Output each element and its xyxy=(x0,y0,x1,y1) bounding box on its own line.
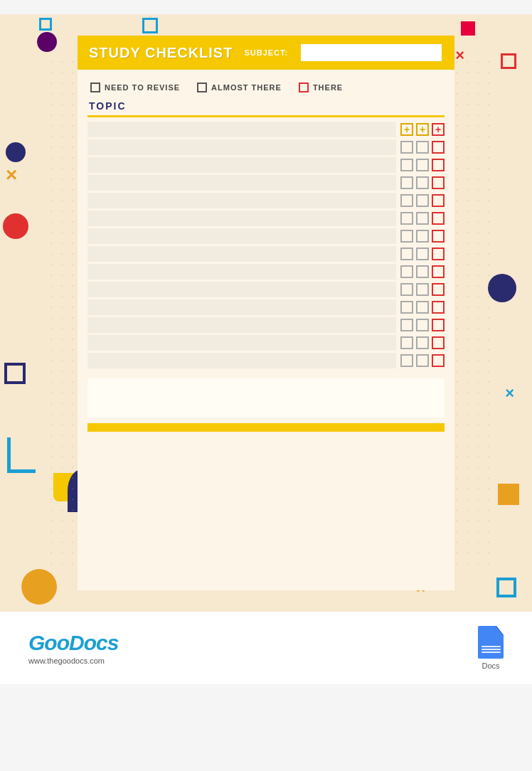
topic-cell[interactable] xyxy=(87,282,396,297)
footer-brand-section: GooDocs www.thegoodocs.com xyxy=(28,631,118,665)
checkbox-col2[interactable]: + xyxy=(416,123,429,136)
topic-cell[interactable] xyxy=(87,211,396,226)
checkbox-col2[interactable] xyxy=(416,159,429,171)
document-card: STUDY CHECKLIST SUBJECT: NEED TO REVISE … xyxy=(78,36,454,590)
topic-cell[interactable] xyxy=(87,299,396,315)
checkbox-col1[interactable] xyxy=(400,194,413,207)
deco-rect-red-top xyxy=(461,21,475,36)
deco-sq-navy-left xyxy=(4,363,26,384)
table-row xyxy=(87,175,445,191)
table-row xyxy=(87,157,445,173)
topic-cell[interactable] xyxy=(87,335,396,351)
checkbox-col1[interactable] xyxy=(400,141,413,154)
topic-cell[interactable] xyxy=(87,317,396,333)
checkbox-col1[interactable] xyxy=(400,248,413,260)
topic-header-label: TOPIC xyxy=(87,100,127,112)
checkbox-col1[interactable] xyxy=(400,319,413,331)
topic-cell[interactable] xyxy=(87,193,396,208)
checkbox-col3[interactable]: + xyxy=(432,123,445,136)
checkbox-col3[interactable] xyxy=(432,141,445,154)
checkbox-col3[interactable] xyxy=(432,283,445,296)
checkbox-col1[interactable] xyxy=(400,212,413,225)
docs-icon-wrapper xyxy=(478,626,504,659)
checkbox-col1[interactable] xyxy=(400,301,413,314)
deco-x-orange-left: × xyxy=(6,164,17,186)
checkbox-col2[interactable] xyxy=(416,176,429,189)
deco-teal-sq-bottom xyxy=(496,578,516,597)
table-row xyxy=(87,246,445,262)
checkbox-col1[interactable] xyxy=(400,230,413,243)
checkboxes-cell xyxy=(400,159,445,171)
topic-cell[interactable] xyxy=(87,139,396,155)
notes-area[interactable] xyxy=(87,378,445,418)
checklist-table: + + + xyxy=(87,122,445,368)
table-row xyxy=(87,228,445,244)
checkbox-col2[interactable] xyxy=(416,248,429,260)
checkbox-col3[interactable] xyxy=(432,230,445,243)
checkbox-col2[interactable] xyxy=(416,283,429,296)
bottom-bar xyxy=(87,423,445,432)
table-row xyxy=(87,264,445,280)
checkboxes-cell xyxy=(400,354,445,367)
checkbox-col2[interactable] xyxy=(416,319,429,331)
legend-need-to-revise: NEED TO REVISE xyxy=(90,83,180,92)
checkbox-col2[interactable] xyxy=(416,265,429,278)
topic-cell[interactable] xyxy=(87,353,396,368)
table-row xyxy=(87,211,445,226)
checkbox-col3[interactable] xyxy=(432,265,445,278)
checkbox-col3[interactable] xyxy=(432,212,445,225)
deco-orange-half-bl xyxy=(21,569,57,605)
legend-checkbox-there[interactable] xyxy=(299,83,309,92)
checkbox-col3[interactable] xyxy=(432,301,445,314)
checkbox-col3[interactable] xyxy=(432,336,445,349)
legend-row: NEED TO REVISE ALMOST THERE THERE xyxy=(87,78,445,100)
checkboxes-cell xyxy=(400,230,445,243)
checkbox-col3[interactable] xyxy=(432,248,445,260)
deco-halfcircle-purple xyxy=(37,32,57,52)
checkbox-col2[interactable] xyxy=(416,141,429,154)
topic-cell[interactable] xyxy=(87,122,396,137)
topic-cell[interactable] xyxy=(87,228,396,244)
header-bar: STUDY CHECKLIST SUBJECT: xyxy=(78,36,454,70)
checkbox-col3[interactable] xyxy=(432,176,445,189)
checkbox-col1[interactable] xyxy=(400,354,413,367)
legend-almost-there: ALMOST THERE xyxy=(197,83,282,92)
checkbox-col2[interactable] xyxy=(416,354,429,367)
checkbox-col1[interactable] xyxy=(400,159,413,171)
checkbox-col3[interactable] xyxy=(432,159,445,171)
docs-icon-lines xyxy=(482,646,501,653)
checkbox-col3[interactable] xyxy=(432,319,445,331)
checkbox-col1[interactable]: + xyxy=(400,123,413,136)
table-row xyxy=(87,335,445,351)
topic-cell[interactable] xyxy=(87,246,396,262)
checkboxes-cell xyxy=(400,265,445,278)
legend-checkbox-revise[interactable] xyxy=(90,83,100,92)
deco-circle-red-left xyxy=(3,213,28,239)
checkboxes-cell xyxy=(400,194,445,207)
checkbox-col1[interactable] xyxy=(400,176,413,189)
legend-there: THERE xyxy=(299,83,343,92)
docs-line xyxy=(482,646,501,647)
footer-docs-icon-section: Docs xyxy=(478,626,504,670)
checkbox-col1[interactable] xyxy=(400,336,413,349)
checkbox-col1[interactable] xyxy=(400,265,413,278)
table-row: + + + xyxy=(87,122,445,137)
topic-cell[interactable] xyxy=(87,175,396,191)
checkboxes-cell: + + + xyxy=(400,123,445,136)
checkbox-col2[interactable] xyxy=(416,336,429,349)
topic-cell[interactable] xyxy=(87,157,396,173)
checkbox-col2[interactable] xyxy=(416,212,429,225)
checkbox-col2[interactable] xyxy=(416,301,429,314)
docs-icon xyxy=(478,626,504,659)
page-title: STUDY CHECKLIST xyxy=(89,45,233,61)
checkbox-col3[interactable] xyxy=(432,354,445,367)
checkbox-col2[interactable] xyxy=(416,230,429,243)
checkbox-col3[interactable] xyxy=(432,194,445,207)
topic-cell[interactable] xyxy=(87,264,396,280)
checkbox-col1[interactable] xyxy=(400,283,413,296)
footer: GooDocs www.thegoodocs.com Docs xyxy=(0,612,532,684)
brand-name: GooDocs xyxy=(28,631,118,654)
checkbox-col2[interactable] xyxy=(416,194,429,207)
subject-input[interactable] xyxy=(299,43,443,63)
legend-checkbox-almost[interactable] xyxy=(197,83,207,92)
